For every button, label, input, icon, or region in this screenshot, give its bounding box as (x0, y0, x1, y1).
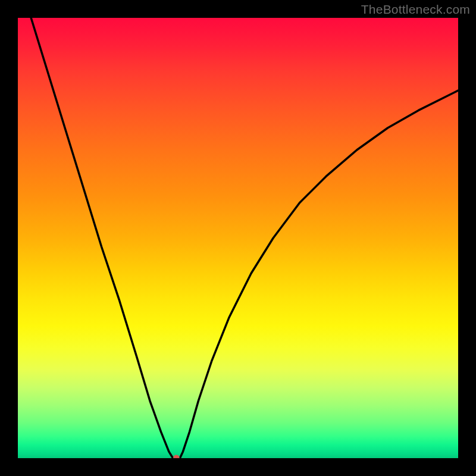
watermark-text: TheBottleneck.com (361, 2, 470, 17)
curve-right-branch (180, 90, 458, 457)
optimal-point-marker (173, 455, 179, 459)
plot-area (18, 18, 458, 458)
curve-left-branch (31, 18, 173, 458)
chart-frame: TheBottleneck.com (0, 0, 476, 476)
line-curve (18, 18, 458, 458)
